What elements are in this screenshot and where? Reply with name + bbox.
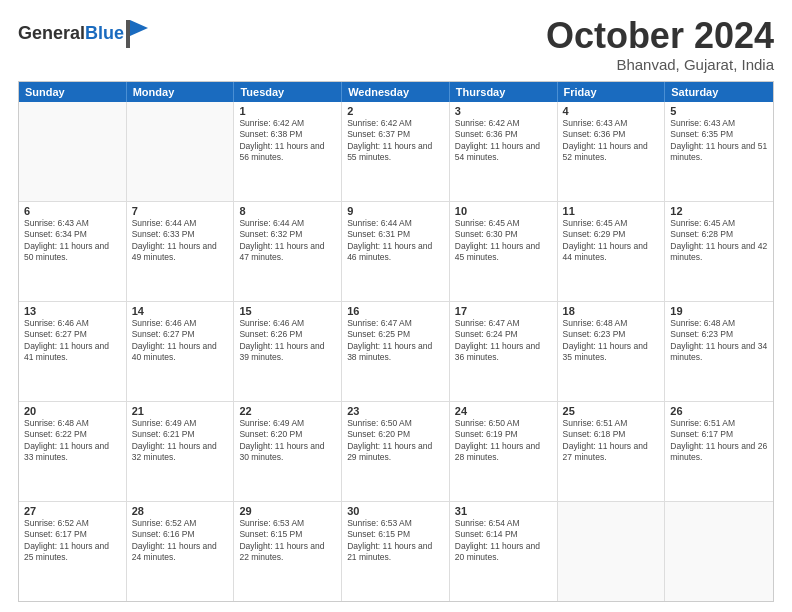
day-number: 2 — [347, 105, 444, 117]
day-info: Sunrise: 6:45 AM Sunset: 6:30 PM Dayligh… — [455, 218, 552, 264]
calendar-cell: 5Sunrise: 6:43 AM Sunset: 6:35 PM Daylig… — [665, 102, 773, 201]
day-number: 15 — [239, 305, 336, 317]
calendar-row-0: 1Sunrise: 6:42 AM Sunset: 6:38 PM Daylig… — [19, 102, 773, 201]
day-number: 7 — [132, 205, 229, 217]
calendar-cell: 4Sunrise: 6:43 AM Sunset: 6:36 PM Daylig… — [558, 102, 666, 201]
calendar-cell: 29Sunrise: 6:53 AM Sunset: 6:15 PM Dayli… — [234, 502, 342, 601]
header-thursday: Thursday — [450, 82, 558, 102]
header-saturday: Saturday — [665, 82, 773, 102]
calendar-cell: 31Sunrise: 6:54 AM Sunset: 6:14 PM Dayli… — [450, 502, 558, 601]
location: Bhanvad, Gujarat, India — [546, 56, 774, 73]
calendar-cell: 11Sunrise: 6:45 AM Sunset: 6:29 PM Dayli… — [558, 202, 666, 301]
calendar-cell: 24Sunrise: 6:50 AM Sunset: 6:19 PM Dayli… — [450, 402, 558, 501]
header-wednesday: Wednesday — [342, 82, 450, 102]
day-info: Sunrise: 6:52 AM Sunset: 6:17 PM Dayligh… — [24, 518, 121, 564]
day-number: 20 — [24, 405, 121, 417]
header-monday: Monday — [127, 82, 235, 102]
calendar-cell: 21Sunrise: 6:49 AM Sunset: 6:21 PM Dayli… — [127, 402, 235, 501]
calendar-cell: 16Sunrise: 6:47 AM Sunset: 6:25 PM Dayli… — [342, 302, 450, 401]
calendar-cell: 26Sunrise: 6:51 AM Sunset: 6:17 PM Dayli… — [665, 402, 773, 501]
calendar-cell: 25Sunrise: 6:51 AM Sunset: 6:18 PM Dayli… — [558, 402, 666, 501]
day-info: Sunrise: 6:51 AM Sunset: 6:18 PM Dayligh… — [563, 418, 660, 464]
calendar-cell — [665, 502, 773, 601]
day-number: 26 — [670, 405, 768, 417]
day-info: Sunrise: 6:46 AM Sunset: 6:27 PM Dayligh… — [24, 318, 121, 364]
day-number: 25 — [563, 405, 660, 417]
day-number: 1 — [239, 105, 336, 117]
calendar-cell: 14Sunrise: 6:46 AM Sunset: 6:27 PM Dayli… — [127, 302, 235, 401]
calendar-cell: 30Sunrise: 6:53 AM Sunset: 6:15 PM Dayli… — [342, 502, 450, 601]
day-number: 4 — [563, 105, 660, 117]
day-info: Sunrise: 6:44 AM Sunset: 6:33 PM Dayligh… — [132, 218, 229, 264]
day-info: Sunrise: 6:42 AM Sunset: 6:38 PM Dayligh… — [239, 118, 336, 164]
calendar-cell: 7Sunrise: 6:44 AM Sunset: 6:33 PM Daylig… — [127, 202, 235, 301]
calendar-cell: 28Sunrise: 6:52 AM Sunset: 6:16 PM Dayli… — [127, 502, 235, 601]
day-number: 30 — [347, 505, 444, 517]
calendar-cell: 6Sunrise: 6:43 AM Sunset: 6:34 PM Daylig… — [19, 202, 127, 301]
day-number: 22 — [239, 405, 336, 417]
calendar-cell: 22Sunrise: 6:49 AM Sunset: 6:20 PM Dayli… — [234, 402, 342, 501]
svg-rect-1 — [126, 20, 130, 48]
calendar-cell — [127, 102, 235, 201]
calendar-cell: 9Sunrise: 6:44 AM Sunset: 6:31 PM Daylig… — [342, 202, 450, 301]
day-number: 23 — [347, 405, 444, 417]
calendar-body: 1Sunrise: 6:42 AM Sunset: 6:38 PM Daylig… — [19, 102, 773, 601]
day-info: Sunrise: 6:43 AM Sunset: 6:35 PM Dayligh… — [670, 118, 768, 164]
calendar-cell: 3Sunrise: 6:42 AM Sunset: 6:36 PM Daylig… — [450, 102, 558, 201]
calendar-cell: 8Sunrise: 6:44 AM Sunset: 6:32 PM Daylig… — [234, 202, 342, 301]
day-number: 16 — [347, 305, 444, 317]
day-info: Sunrise: 6:45 AM Sunset: 6:28 PM Dayligh… — [670, 218, 768, 264]
day-info: Sunrise: 6:47 AM Sunset: 6:25 PM Dayligh… — [347, 318, 444, 364]
calendar-cell: 20Sunrise: 6:48 AM Sunset: 6:22 PM Dayli… — [19, 402, 127, 501]
svg-marker-0 — [130, 20, 148, 36]
day-info: Sunrise: 6:52 AM Sunset: 6:16 PM Dayligh… — [132, 518, 229, 564]
calendar-header: Sunday Monday Tuesday Wednesday Thursday… — [19, 82, 773, 102]
calendar-cell: 17Sunrise: 6:47 AM Sunset: 6:24 PM Dayli… — [450, 302, 558, 401]
day-info: Sunrise: 6:49 AM Sunset: 6:21 PM Dayligh… — [132, 418, 229, 464]
title-block: October 2024 Bhanvad, Gujarat, India — [546, 16, 774, 73]
calendar-row-4: 27Sunrise: 6:52 AM Sunset: 6:17 PM Dayli… — [19, 501, 773, 601]
day-number: 17 — [455, 305, 552, 317]
calendar-row-2: 13Sunrise: 6:46 AM Sunset: 6:27 PM Dayli… — [19, 301, 773, 401]
day-info: Sunrise: 6:46 AM Sunset: 6:26 PM Dayligh… — [239, 318, 336, 364]
day-info: Sunrise: 6:43 AM Sunset: 6:36 PM Dayligh… — [563, 118, 660, 164]
day-number: 31 — [455, 505, 552, 517]
calendar: Sunday Monday Tuesday Wednesday Thursday… — [18, 81, 774, 602]
day-info: Sunrise: 6:43 AM Sunset: 6:34 PM Dayligh… — [24, 218, 121, 264]
day-info: Sunrise: 6:42 AM Sunset: 6:36 PM Dayligh… — [455, 118, 552, 164]
day-info: Sunrise: 6:44 AM Sunset: 6:32 PM Dayligh… — [239, 218, 336, 264]
day-info: Sunrise: 6:45 AM Sunset: 6:29 PM Dayligh… — [563, 218, 660, 264]
header-sunday: Sunday — [19, 82, 127, 102]
day-info: Sunrise: 6:42 AM Sunset: 6:37 PM Dayligh… — [347, 118, 444, 164]
day-info: Sunrise: 6:47 AM Sunset: 6:24 PM Dayligh… — [455, 318, 552, 364]
day-number: 9 — [347, 205, 444, 217]
calendar-cell: 18Sunrise: 6:48 AM Sunset: 6:23 PM Dayli… — [558, 302, 666, 401]
header-friday: Friday — [558, 82, 666, 102]
calendar-cell: 10Sunrise: 6:45 AM Sunset: 6:30 PM Dayli… — [450, 202, 558, 301]
day-number: 24 — [455, 405, 552, 417]
day-info: Sunrise: 6:53 AM Sunset: 6:15 PM Dayligh… — [347, 518, 444, 564]
calendar-cell — [558, 502, 666, 601]
logo-general: General — [18, 23, 85, 43]
day-number: 5 — [670, 105, 768, 117]
day-info: Sunrise: 6:51 AM Sunset: 6:17 PM Dayligh… — [670, 418, 768, 464]
day-info: Sunrise: 6:44 AM Sunset: 6:31 PM Dayligh… — [347, 218, 444, 264]
calendar-cell: 2Sunrise: 6:42 AM Sunset: 6:37 PM Daylig… — [342, 102, 450, 201]
day-info: Sunrise: 6:54 AM Sunset: 6:14 PM Dayligh… — [455, 518, 552, 564]
day-number: 29 — [239, 505, 336, 517]
calendar-cell: 12Sunrise: 6:45 AM Sunset: 6:28 PM Dayli… — [665, 202, 773, 301]
day-number: 6 — [24, 205, 121, 217]
day-number: 12 — [670, 205, 768, 217]
day-info: Sunrise: 6:48 AM Sunset: 6:22 PM Dayligh… — [24, 418, 121, 464]
header-tuesday: Tuesday — [234, 82, 342, 102]
day-info: Sunrise: 6:50 AM Sunset: 6:20 PM Dayligh… — [347, 418, 444, 464]
page: GeneralBlue October 2024 Bhanvad, Gujara… — [0, 0, 792, 612]
day-info: Sunrise: 6:48 AM Sunset: 6:23 PM Dayligh… — [670, 318, 768, 364]
day-number: 10 — [455, 205, 552, 217]
day-number: 18 — [563, 305, 660, 317]
calendar-row-3: 20Sunrise: 6:48 AM Sunset: 6:22 PM Dayli… — [19, 401, 773, 501]
calendar-cell: 13Sunrise: 6:46 AM Sunset: 6:27 PM Dayli… — [19, 302, 127, 401]
header: GeneralBlue October 2024 Bhanvad, Gujara… — [18, 16, 774, 73]
day-info: Sunrise: 6:50 AM Sunset: 6:19 PM Dayligh… — [455, 418, 552, 464]
calendar-cell: 19Sunrise: 6:48 AM Sunset: 6:23 PM Dayli… — [665, 302, 773, 401]
